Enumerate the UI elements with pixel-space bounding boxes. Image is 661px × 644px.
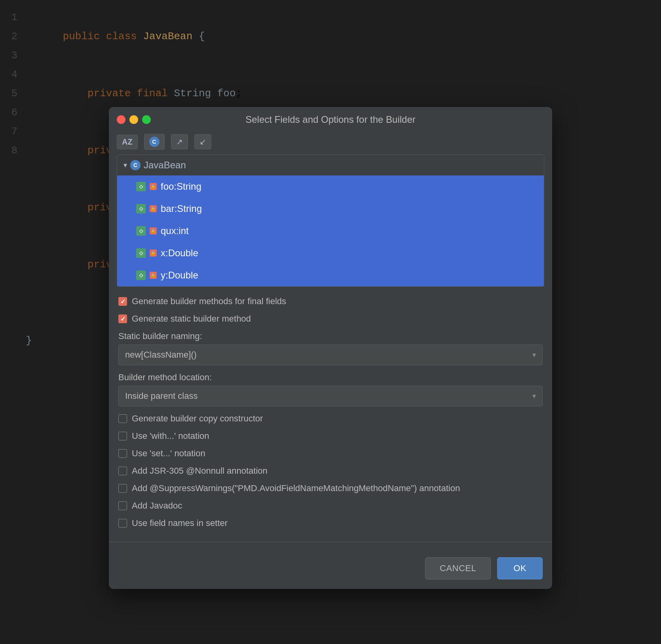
collapse-icon: ↙ (199, 137, 206, 147)
field-name: foo:String (161, 181, 201, 192)
location-label: Builder method location: (118, 372, 543, 383)
static-naming-dropdown[interactable]: new[ClassName]() ▾ (118, 345, 543, 365)
checkbox-static[interactable] (118, 314, 127, 323)
chevron-icon: ▾ (123, 161, 127, 170)
dialog-title: Select Fields and Options for the Builde… (245, 114, 416, 125)
field-name: y:Double (161, 270, 198, 281)
checkbox-jsr[interactable] (118, 467, 127, 475)
field-tag-icon: ◇ (136, 271, 146, 280)
checkbox-setter[interactable] (118, 519, 127, 528)
checkbox-static-label: Generate static builder method (132, 314, 251, 324)
ok-button[interactable]: OK (497, 557, 543, 579)
lock-icon: 🔒 (150, 272, 157, 279)
close-button[interactable] (117, 115, 125, 124)
checkbox-set-row[interactable]: Use 'set...' notation (118, 448, 543, 459)
checkbox-with-row[interactable]: Use 'with...' notation (118, 431, 543, 441)
maximize-button[interactable] (142, 115, 151, 124)
checkbox-static-row[interactable]: Generate static builder method (118, 314, 543, 324)
tree-root-item[interactable]: ▾ C JavaBean (117, 155, 544, 175)
checkbox-javadoc-label: Add Javadoc (132, 501, 182, 511)
checkbox-javadoc-row[interactable]: Add Javadoc (118, 501, 543, 511)
field-item-x[interactable]: ◇ 🔒 x:Double (117, 242, 544, 264)
options-section: Generate builder methods for final field… (109, 287, 552, 542)
button-bar: CANCEL OK (109, 549, 552, 589)
field-name: x:Double (161, 248, 198, 259)
class-icon-button[interactable]: C (144, 134, 165, 150)
checkbox-final[interactable] (118, 297, 127, 306)
dropdown-arrow-icon: ▾ (532, 351, 536, 359)
field-item-y[interactable]: ◇ 🔒 y:Double (117, 264, 544, 286)
sort-az-button[interactable]: AZ (117, 135, 138, 149)
checkbox-setter-row[interactable]: Use field names in setter (118, 518, 543, 528)
checkbox-jsr-row[interactable]: Add JSR-305 @Nonnull annotation (118, 466, 543, 476)
lock-icon: 🔒 (150, 205, 157, 212)
checkbox-suppress[interactable] (118, 484, 127, 493)
traffic-lights (117, 115, 151, 124)
collapse-button[interactable]: ↙ (194, 134, 211, 149)
location-value: Inside parent class (125, 391, 198, 401)
checkbox-setter-label: Use field names in setter (132, 518, 228, 528)
lock-icon: 🔒 (150, 183, 157, 190)
checkbox-javadoc[interactable] (118, 501, 127, 510)
checkbox-jsr-label: Add JSR-305 @Nonnull annotation (132, 466, 268, 476)
cancel-button[interactable]: CANCEL (425, 557, 491, 579)
checkbox-with[interactable] (118, 432, 127, 440)
field-item-foo[interactable]: ◇ 🔒 foo:String (117, 175, 544, 198)
minimize-button[interactable] (129, 115, 138, 124)
lock-icon: 🔒 (150, 250, 157, 257)
class-icon-root: C (130, 160, 141, 170)
checkbox-set[interactable] (118, 449, 127, 458)
dialog-titlebar: Select Fields and Options for the Builde… (109, 107, 552, 131)
checkbox-suppress-row[interactable]: Add @SuppressWarnings("PMD.AvoidFieldNam… (118, 483, 543, 493)
static-naming-value: new[ClassName]() (125, 350, 197, 360)
checkbox-copy-row[interactable]: Generate builder copy constructor (118, 413, 543, 424)
checkbox-copy[interactable] (118, 414, 127, 423)
lock-icon: 🔒 (150, 227, 157, 234)
field-tag-icon: ◇ (136, 204, 146, 213)
class-icon: C (149, 137, 160, 147)
builder-dialog: Select Fields and Options for the Builde… (109, 107, 552, 589)
tree-root-label: JavaBean (144, 160, 186, 171)
static-naming-label: Static builder naming: (118, 331, 543, 341)
expand-button[interactable]: ↗ (171, 134, 188, 149)
checkbox-final-label: Generate builder methods for final field… (132, 296, 286, 307)
checkbox-with-label: Use 'with...' notation (132, 431, 209, 441)
dropdown-arrow-icon: ▾ (532, 392, 536, 400)
field-tag-icon: ◇ (136, 226, 146, 236)
checkbox-final-row[interactable]: Generate builder methods for final field… (118, 296, 543, 307)
field-item-qux[interactable]: ◇ 🔒 qux:int (117, 220, 544, 242)
dialog-divider (109, 542, 552, 542)
location-dropdown[interactable]: Inside parent class ▾ (118, 386, 543, 406)
field-item-bar[interactable]: ◇ 🔒 bar:String (117, 198, 544, 220)
checkbox-copy-label: Generate builder copy constructor (132, 413, 263, 424)
dialog-toolbar: AZ C ↗ ↙ (109, 131, 552, 154)
field-tag-icon: ◇ (136, 182, 146, 191)
field-name: qux:int (161, 225, 189, 236)
field-name: bar:String (161, 203, 202, 214)
checkbox-suppress-label: Add @SuppressWarnings("PMD.AvoidFieldNam… (132, 483, 460, 493)
expand-icon: ↗ (176, 137, 183, 147)
field-tag-icon: ◇ (136, 248, 146, 258)
checkbox-set-label: Use 'set...' notation (132, 448, 205, 459)
fields-tree: ▾ C JavaBean ◇ 🔒 foo:String ◇ 🔒 bar:Stri… (117, 154, 544, 287)
